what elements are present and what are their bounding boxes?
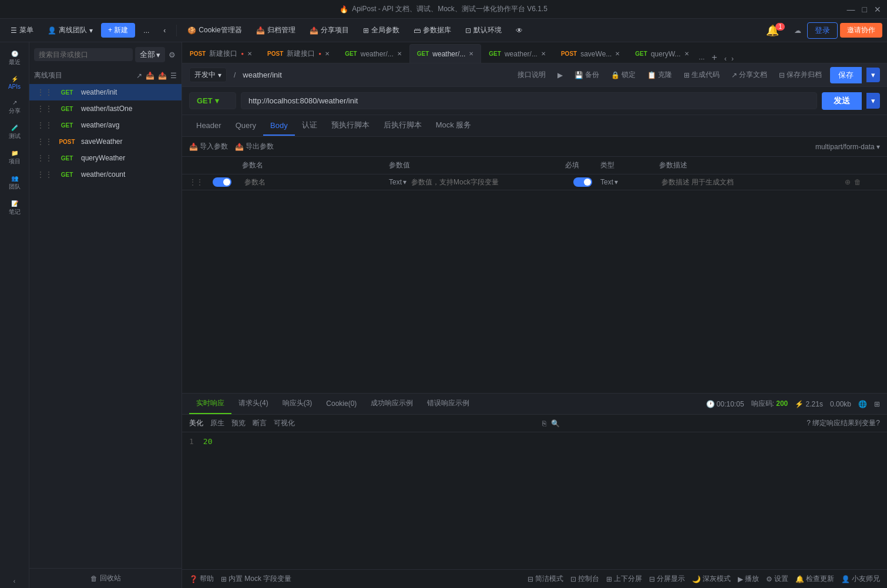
global-db[interactable]: 🗃 参数据库 [408, 23, 457, 38]
api-item-weather-count[interactable]: ⋮⋮ GET weather/count [29, 166, 182, 183]
user-btn[interactable]: 👤 小友师兄 [841, 574, 880, 584]
tab-post-new-1[interactable]: POST 新建接口 ● ✕ [182, 44, 260, 63]
type-select[interactable]: Text ▾ [600, 178, 618, 186]
simple-mode-btn[interactable]: ⊟ 简洁模式 [528, 574, 563, 584]
recycle-btn[interactable]: 🗑 回收站 [29, 568, 182, 588]
all-filter-btn[interactable]: 全部 ▾ [135, 47, 165, 62]
api-item-weather-lastone[interactable]: ⋮⋮ GET weather/lastOne [29, 100, 182, 117]
sidebar-item-notes[interactable]: 📝 笔记 [2, 197, 28, 220]
tab-close-btn[interactable]: ✕ [615, 51, 620, 57]
req-tab-mock[interactable]: Mock 服务 [429, 115, 479, 136]
close-btn[interactable]: ✕ [874, 5, 881, 14]
req-tab-header[interactable]: Header [189, 116, 229, 136]
check-update-btn[interactable]: 🔔 检查更新 [795, 574, 834, 584]
response-tab-realtime[interactable]: 实时响应 [189, 394, 231, 414]
tab-nav-left[interactable]: ‹ [722, 55, 729, 63]
delete-row-btn[interactable]: 🗑 [854, 178, 861, 186]
notification-area[interactable]: 🔔 1 [766, 24, 788, 37]
eye-btn[interactable]: 👁 [510, 24, 529, 37]
save-dropdown-btn[interactable]: ▾ [866, 68, 880, 82]
tab-get-weather-2[interactable]: GET weather/... ✕ [409, 44, 482, 63]
response-tab-error[interactable]: 错误响应示例 [420, 394, 476, 414]
search-icon[interactable]: 🔍 [551, 419, 560, 428]
cloud-icon[interactable]: ☁ [791, 26, 805, 35]
tab-get-weather-1[interactable]: GET weather/... ✕ [337, 44, 409, 63]
project-share-icon[interactable]: ↗ [136, 72, 142, 80]
copy-icon[interactable]: ⎘ [542, 419, 546, 428]
response-tab-cookie[interactable]: Cookie(0) [319, 395, 364, 414]
param-value-input[interactable] [409, 177, 565, 187]
console-btn[interactable]: ⊡ 控制台 [570, 574, 599, 584]
response-tab-success[interactable]: 成功响应示例 [364, 394, 420, 414]
sidebar-item-apis[interactable]: ⚡ APIs [2, 72, 28, 93]
mock-var-btn[interactable]: ⊞ 内置 Mock 字段变量 [221, 574, 291, 584]
tab-more-btn[interactable]: ··· [697, 55, 707, 63]
req-tab-auth[interactable]: 认证 [295, 115, 324, 136]
response-tab-request-headers[interactable]: 请求头(4) [231, 394, 275, 414]
description-input[interactable] [659, 177, 845, 187]
minimize-btn[interactable]: — [847, 5, 855, 14]
run-btn[interactable]: ▶ [554, 69, 566, 81]
panel-settings-btn[interactable]: ⚙ [167, 49, 177, 61]
help-btn[interactable]: ❓ 帮助 [189, 574, 214, 584]
export-params-btn[interactable]: 📤 导出参数 [235, 142, 274, 152]
split-v-btn[interactable]: ⊞ 上下分屏 [606, 574, 642, 584]
menu-label[interactable]: ☰ 菜单 [5, 23, 39, 38]
team-selector[interactable]: 👤 离线团队 ▾ [42, 23, 99, 38]
tab-close-btn[interactable]: ✕ [247, 51, 252, 57]
gen-code-btn[interactable]: ⊞ 生成代码 [680, 68, 723, 82]
tab-close-btn[interactable]: ✕ [684, 51, 689, 57]
api-item-save-weather[interactable]: ⋮⋮ POST saveWeather [29, 133, 182, 150]
req-tab-pre-script[interactable]: 预执行脚本 [324, 115, 377, 136]
backup-btn[interactable]: 💾 备份 [571, 68, 603, 82]
multipart-label[interactable]: multipart/form-data ▾ [815, 143, 880, 151]
sidebar-item-share[interactable]: ↗ 分享 [2, 96, 28, 119]
api-item-weather-avg[interactable]: ⋮⋮ GET weather/avg [29, 117, 182, 133]
tab-post-savewe[interactable]: POST saveWe... ✕ [553, 44, 627, 63]
tab-close-btn[interactable]: ✕ [325, 51, 330, 57]
sidebar-item-test[interactable]: 🧪 测试 [2, 121, 28, 144]
value-type-select[interactable]: Text ▾ [389, 178, 406, 186]
tab-add-btn[interactable]: + [707, 52, 722, 63]
search-input[interactable] [34, 48, 133, 61]
tab-close-btn[interactable]: ✕ [397, 51, 402, 57]
global-params[interactable]: ⊞ 全局参数 [357, 23, 405, 38]
nav-back[interactable]: ‹ [157, 24, 172, 37]
param-name-input[interactable] [242, 177, 389, 187]
window-controls[interactable]: — □ ✕ [847, 5, 881, 14]
api-item-weather-init[interactable]: ⋮⋮ GET weather/init [29, 84, 182, 100]
add-row-btn[interactable]: ⊕ [845, 178, 851, 186]
send-btn[interactable]: 发送 [822, 92, 862, 110]
method-select[interactable]: GET ▾ [189, 92, 236, 109]
project-import-icon[interactable]: 📥 [146, 72, 154, 80]
tab-post-new-2[interactable]: POST 新建接口 ● ✕ [260, 44, 337, 63]
sidebar-item-project[interactable]: 📁 项目 [2, 146, 28, 169]
maximize-btn[interactable]: □ [862, 5, 867, 14]
send-dropdown-btn[interactable]: ▾ [866, 93, 880, 109]
interface-doc-btn[interactable]: 接口说明 [514, 68, 549, 82]
import-params-btn[interactable]: 📥 导入参数 [189, 142, 228, 152]
split-show-btn[interactable]: ⊟ 分屏显示 [649, 574, 685, 584]
login-button[interactable]: 登录 [807, 22, 838, 39]
tab-get-queryw[interactable]: GET queryW... ✕ [627, 44, 696, 63]
env-select[interactable]: 开发中 ▾ [189, 68, 227, 82]
import-manager[interactable]: 📥 归档管理 [250, 23, 301, 38]
format-tab-assert[interactable]: 断言 [253, 418, 267, 428]
sidebar-item-team[interactable]: 👥 团队 [2, 172, 28, 194]
replay-btn[interactable]: ▶ 播放 [738, 574, 759, 584]
invite-button[interactable]: 邀请协作 [840, 23, 882, 38]
param-toggle[interactable] [213, 177, 231, 187]
req-tab-query[interactable]: Query [229, 116, 263, 136]
req-tab-body[interactable]: Body [263, 116, 295, 136]
format-tab-visual[interactable]: 可视化 [274, 418, 295, 428]
lock-btn[interactable]: 🔒 锁定 [607, 68, 639, 82]
env-select[interactable]: ⊡ 默认环境 [459, 23, 508, 38]
project-export-icon[interactable]: 📤 [158, 72, 167, 80]
sidebar-collapse-btn[interactable]: ‹ [2, 574, 28, 588]
save-as-btn[interactable]: ⊟ 保存并归档 [775, 68, 825, 82]
tab-close-btn[interactable]: ✕ [469, 51, 473, 57]
format-tab-beautify[interactable]: 美化 [189, 418, 203, 428]
tab-get-weather-3[interactable]: GET weather/... ✕ [481, 44, 553, 63]
more-button[interactable]: ... [137, 24, 155, 37]
req-tab-post-script[interactable]: 后执行脚本 [377, 115, 429, 136]
